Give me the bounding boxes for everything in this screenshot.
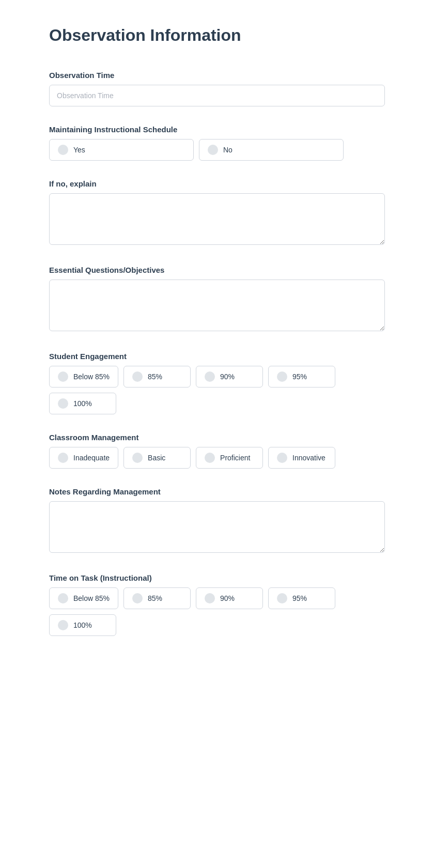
time-100-label: 100% [73,621,92,629]
radio-circle [277,371,287,382]
radio-circle [58,453,68,463]
engagement-90[interactable]: 90% [196,366,263,388]
radio-circle [205,371,215,382]
radio-circle [58,371,68,382]
page-title: Observation Information [49,26,385,45]
radio-circle [58,593,68,603]
engagement-below85-label: Below 85% [73,373,110,381]
management-innovative[interactable]: Innovative [268,447,335,469]
basic-label: Basic [148,454,165,462]
student-engagement-label: Student Engagement [49,352,385,361]
student-engagement-section: Student Engagement Below 85% 85% 90% 95%… [49,352,385,414]
notes-management-textarea[interactable] [49,501,385,553]
time-95[interactable]: 95% [268,587,335,609]
time-85[interactable]: 85% [123,587,191,609]
inadequate-label: Inadequate [73,454,110,462]
maintaining-schedule-yes[interactable]: Yes [49,139,194,161]
management-proficient[interactable]: Proficient [196,447,263,469]
classroom-management-section: Classroom Management Inadequate Basic Pr… [49,433,385,469]
observation-time-section: Observation Time [49,71,385,106]
essential-questions-label: Essential Questions/Objectives [49,266,385,274]
radio-circle-no [208,145,218,155]
radio-circle [132,453,143,463]
time-on-task-label: Time on Task (Instructional) [49,574,385,582]
proficient-label: Proficient [220,454,250,462]
essential-questions-section: Essential Questions/Objectives [49,266,385,333]
engagement-100-label: 100% [73,399,92,408]
observation-time-input[interactable] [49,85,385,106]
time-90[interactable]: 90% [196,587,263,609]
if-no-explain-textarea[interactable] [49,193,385,245]
engagement-100[interactable]: 100% [49,393,116,414]
engagement-95-label: 95% [292,373,307,381]
radio-circle [277,593,287,603]
engagement-85-label: 85% [148,373,162,381]
time-on-task-options: Below 85% 85% 90% 95% 100% [49,587,385,636]
if-no-explain-section: If no, explain [49,179,385,247]
radio-circle [58,398,68,409]
maintaining-schedule-section: Maintaining Instructional Schedule Yes N… [49,125,385,161]
notes-management-section: Notes Regarding Management [49,487,385,555]
time-95-label: 95% [292,594,307,602]
essential-questions-textarea[interactable] [49,280,385,331]
notes-management-label: Notes Regarding Management [49,487,385,496]
time-on-task-section: Time on Task (Instructional) Below 85% 8… [49,574,385,636]
classroom-management-label: Classroom Management [49,433,385,442]
student-engagement-options: Below 85% 85% 90% 95% 100% [49,366,385,414]
innovative-label: Innovative [292,454,326,462]
time-below85-label: Below 85% [73,594,110,602]
if-no-explain-label: If no, explain [49,179,385,188]
maintaining-schedule-label: Maintaining Instructional Schedule [49,125,385,134]
engagement-95[interactable]: 95% [268,366,335,388]
maintaining-schedule-options: Yes No [49,139,385,161]
time-100[interactable]: 100% [49,614,116,636]
radio-circle [132,371,143,382]
observation-time-label: Observation Time [49,71,385,80]
radio-circle-yes [58,145,68,155]
management-inadequate[interactable]: Inadequate [49,447,118,469]
radio-circle [58,620,68,630]
classroom-management-options: Inadequate Basic Proficient Innovative [49,447,385,469]
management-basic[interactable]: Basic [123,447,191,469]
engagement-below85[interactable]: Below 85% [49,366,118,388]
yes-label: Yes [73,146,85,154]
radio-circle [205,593,215,603]
time-85-label: 85% [148,594,162,602]
maintaining-schedule-no[interactable]: No [199,139,344,161]
radio-circle [132,593,143,603]
no-label: No [223,146,233,154]
radio-circle [277,453,287,463]
time-below85[interactable]: Below 85% [49,587,118,609]
time-90-label: 90% [220,594,235,602]
engagement-90-label: 90% [220,373,235,381]
radio-circle [205,453,215,463]
engagement-85[interactable]: 85% [123,366,191,388]
